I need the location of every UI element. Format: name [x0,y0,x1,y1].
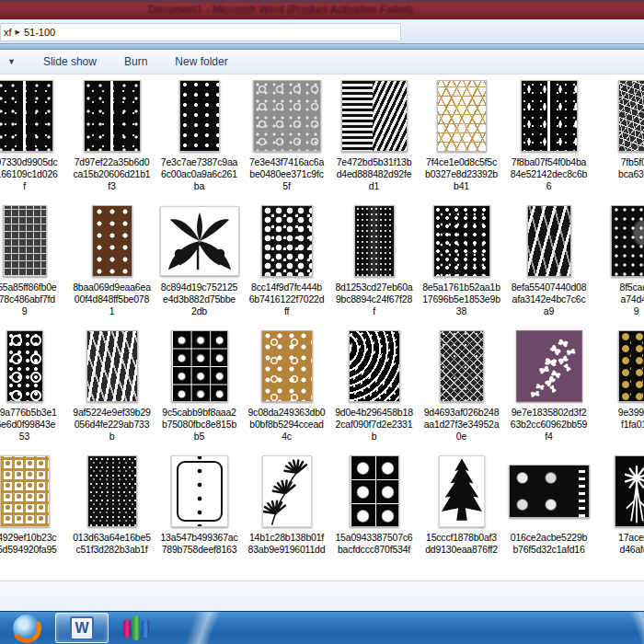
file-name-line: a78c486abf7fd [0,293,68,305]
file-thumbnail-gold-leaf-dark [618,330,644,402]
file-thumbnail-stencil-grid [171,330,228,402]
file-name-line: b5 [155,431,243,443]
file-thumbnail-gold-crackle [437,80,487,152]
file-name: e4929ef10b23c25d594920fa95 [0,532,68,556]
file-item[interactable]: 9d0e4b296458b182caf090f7d2e2331b [330,326,418,451]
file-name: 7f4ce1e0d8c5f5cb0327e8d23392bb41 [418,156,505,192]
file-thumbnail-daisy-dark [615,455,644,527]
file-item[interactable]: 7d97ef22a35b6d0ca15b20606d21b1f3 [68,75,155,201]
file-name: f89a776b5b3e1f6e6d0f99843e53 [0,407,68,443]
file-name-line: 5f [243,180,330,192]
file-item[interactable]: 7f8ba07f54f0b4ba84e52142dec8c6b6 [505,75,592,201]
file-thumbnail-lotus-chain [262,455,312,527]
file-item[interactable]: 15cccf1878b0af3dd9130eaa876ff2 [418,451,505,576]
file-thumbnail-silver-bouquet [611,205,644,277]
file-item[interactable]: 155a85ff86fb0ea78c486abf7fd9 [0,201,68,326]
file-item[interactable]: 9d4693af026b248aa1d27f3e34952a0e [418,326,505,451]
taskbar-word-button[interactable]: W [55,613,109,643]
file-name-line: 155a85ff86fb0e [0,282,68,293]
file-item[interactable]: 013d63a64e16be5c51f3d282b3ab1f [68,451,155,576]
file-thumbnail-black-floral [179,80,220,152]
file-name-line: 8e5a1761b52aa1b [418,282,505,293]
file-item[interactable]: e4929ef10b23c25d594920fa95 [0,451,68,576]
file-item[interactable]: 8e5a1761b52aa1b17696b5e1853e9b38 [418,201,505,326]
file-name: 8e5a1761b52aa1b17696b5e1853e9b38 [418,282,505,317]
file-item[interactable]: 9e7e1835802d3f263b2cc60962bb59f4 [505,326,592,451]
file-name-line: 4c [243,431,330,443]
file-item[interactable]: 7e3e43f7416ac6abe0480ee371c9fc5f [243,75,330,201]
file-name: 15a0943387507c6bacfdccc870f534f [330,532,418,556]
file-item[interactable]: 8efa55407440d08afa3142e4bc7c6ca9 [505,201,592,326]
file-thumbnail-confetti [433,205,490,277]
file-name-line: 17696b5e1853e9b [418,293,505,305]
file-item[interactable]: 9c08da249363db0b0bf8b5294ccead4c [243,326,330,451]
breadcrumb-parent[interactable]: xf [4,27,12,38]
toolbar-new-folder-button[interactable]: New folder [175,55,227,68]
file-item[interactable]: c97330d9905dcff166109c1d026f [0,75,68,201]
file-item[interactable]: 8c894d19c752125e4d3b882d75bbe2db [155,201,243,326]
file-item[interactable]: 8d1253cd27eb60a9bc8894c24f67f28f [330,201,418,326]
file-name-line: 14b1c28b138b01f [243,532,330,544]
file-name-line: 8f5cad8 [592,282,644,293]
taskbar-colorbars-button[interactable] [123,613,149,643]
file-item[interactable]: 7e472bd5b31f13bd4ed888482d92fed1 [330,75,418,201]
file-item[interactable]: 8baa069d9eaa6ea00f4d848ff5be0781 [68,201,155,326]
word-icon: W [70,616,94,640]
file-item[interactable]: 016ce2acbe5229bb76f5d32c1afd16 [505,451,592,576]
file-item[interactable]: f89a776b5b3e1f6e6d0f99843e53 [0,326,68,451]
file-name-line: 84e52142dec8c6b [505,168,592,180]
file-name-line: 9 [592,305,644,317]
file-name-line: 6 [505,180,592,192]
file-name-line: 9c08da249363db0 [243,407,330,419]
breadcrumb[interactable]: xf ▶ 51-100 [0,23,401,41]
word-titlebar[interactable]: Document1 - Microsoft Word (Product Acti… [0,0,644,19]
file-thumbnail-waves [349,330,400,402]
toolbar-slide-show-button[interactable]: Slide show [43,55,97,68]
file-thumbnail-lattice [3,205,47,277]
file-item[interactable]: 15a0943387507c6bacfdccc870f534f [330,451,418,576]
file-name-line: 9af5224e9ef39b29 [68,407,155,419]
file-name-line: 789b758deef8163 [155,544,243,556]
file-item[interactable]: 7f4ce1e0d8c5f5cb0327e8d23392bb41 [418,75,505,201]
file-name-line: 016ce2acbe5229b [505,532,592,544]
file-name: 17ace9bd46afc1 [592,532,644,556]
file-name-line: 7d97ef22a35b6d0 [68,156,155,168]
file-item[interactable]: 8f5cad8a74d449 [592,201,644,326]
file-thumbnail-gold-quatrefoil [0,455,50,527]
file-item[interactable]: 9af5224e9ef39b29056d4fe229ab733b [68,326,155,451]
file-name: 9d0e4b296458b182caf090f7d2e2331b [330,407,418,443]
file-thumbnail-pebbles [261,205,313,277]
file-name-line: 13a547b499367ac [155,532,243,544]
file-name: 8cc14f9d7fc444b6b7416122f7022dff [243,282,330,317]
file-item[interactable]: 9e399b1f1fa01c [592,326,644,451]
breadcrumb-arrow-icon: ▶ [16,29,20,36]
file-name-line: bacfdccc870f534f [330,544,418,556]
file-name-line: 9d4693af026b248 [418,407,505,419]
chevron-down-icon[interactable]: ▼ [7,57,16,66]
file-thumbnail-gray-damask [253,80,321,152]
file-name-line: ff166109c1d026 [0,168,68,180]
file-name: 8d1253cd27eb60a9bc8894c24f67f28f [330,282,418,317]
file-name-line: 2db [155,305,243,317]
toolbar-burn-button[interactable]: Burn [124,55,147,68]
file-name-line: f [0,180,68,192]
file-item[interactable]: 13a547b499367ac789b758deef8163 [155,451,243,576]
breadcrumb-current[interactable]: 51-100 [24,27,55,38]
file-name-line: b75080fbc8e815b [155,419,243,431]
file-name: 13a547b499367ac789b758deef8163 [155,532,243,556]
file-item[interactable]: 7fb5f01bca6327 [592,75,644,201]
file-name-line: f1fa01c [592,419,644,431]
taskbar-firefox-button[interactable] [13,613,40,643]
file-name-line: 7fb5f01 [592,156,644,168]
file-item[interactable]: 8cc14f9d7fc444b6b7416122f7022dff [243,201,330,326]
file-thumbnail-bubbles [6,330,43,402]
file-name: 7e3e43f7416ac6abe0480ee371c9fc5f [243,156,330,192]
file-item[interactable]: 14b1c28b138b01f83ab9e9196011dd [243,451,330,576]
file-thumbnail-rust-floral [92,205,132,277]
file-item[interactable]: 17ace9bd46afc1 [592,451,644,576]
file-item[interactable]: 7e3c7ae7387c9aa6c00ac0a9a6c261ba [155,75,243,201]
file-thumbnail-leaves-light [86,330,138,402]
file-item[interactable]: 9c5cabb9bf8aaa2b75080fbc8e815bb5 [155,326,243,451]
file-name: 14b1c28b138b01f83ab9e9196011dd [243,532,330,556]
file-name-line: b76f5d32c1afd16 [505,544,592,556]
